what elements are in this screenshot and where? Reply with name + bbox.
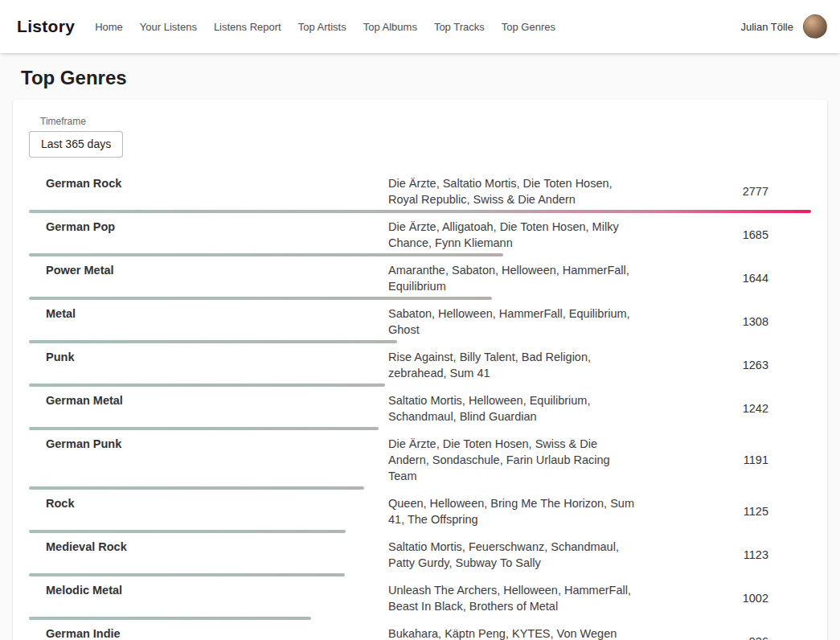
genre-bar-fill: [29, 617, 311, 620]
genre-count: 2777: [639, 185, 811, 198]
top-nav-bar: Listory HomeYour ListensListens ReportTo…: [0, 0, 840, 53]
genre-artists: Amaranthe, Sabaton, Helloween, HammerFal…: [388, 262, 639, 294]
nav-home[interactable]: Home: [95, 21, 123, 33]
genre-row: Metal Sabaton, Helloween, HammerFall, Eq…: [29, 306, 811, 343]
genre-bar-fill: [29, 573, 345, 576]
timeframe-value: Last 365 days: [41, 137, 111, 150]
genre-name: German Pop: [29, 219, 388, 235]
genre-artists: Queen, Helloween, Bring Me The Horizon, …: [388, 495, 639, 527]
genre-name: Metal: [29, 306, 388, 322]
timeframe-select[interactable]: Last 365 days: [29, 131, 123, 158]
timeframe-control: Timeframe Last 365 days: [29, 116, 811, 158]
genre-name: Medieval Rock: [29, 539, 388, 555]
genre-name: Rock: [29, 495, 388, 511]
genre-artists: Sabaton, Helloween, HammerFall, Equilibr…: [388, 306, 639, 338]
genre-artists: Die Ärzte, Saltatio Mortis, Die Toten Ho…: [388, 175, 639, 207]
nav-top-artists[interactable]: Top Artists: [298, 21, 346, 33]
genre-artists: Unleash The Archers, Helloween, HammerFa…: [388, 582, 639, 614]
user-menu[interactable]: Julian Tölle: [740, 14, 827, 39]
genre-row-grid: Medieval Rock Saltatio Mortis, Feuerschw…: [29, 539, 811, 571]
main-content: Top Genres Timeframe Last 365 days Germa…: [0, 67, 840, 640]
genre-bar-track: [29, 617, 811, 620]
genre-count: 1644: [639, 272, 811, 285]
genre-row-grid: German Rock Die Ärzte, Saltatio Mortis, …: [29, 175, 811, 207]
genre-row-grid: German Punk Die Ärzte, Die Toten Hosen, …: [29, 436, 811, 484]
genre-artists: Die Ärzte, Alligatoah, Die Toten Hosen, …: [388, 219, 639, 251]
genre-name: German Rock: [29, 175, 388, 191]
genre-artists: Die Ärzte, Die Toten Hosen, Swiss & Die …: [388, 436, 639, 484]
genre-row-grid: German Metal Saltatio Mortis, Helloween,…: [29, 392, 811, 425]
genre-row-grid: German Pop Die Ärzte, Alligatoah, Die To…: [29, 219, 811, 251]
genre-artists: Bukahara, Käptn Peng, KYTES, Von Wegen L…: [388, 626, 639, 640]
genre-artists: Saltatio Mortis, Helloween, Equilibrium,…: [388, 392, 639, 425]
genre-bar-fill: [29, 340, 397, 343]
genre-bar-track: [29, 340, 811, 343]
genre-count: 1263: [639, 359, 811, 371]
genre-count: 926: [639, 635, 811, 640]
genre-row: German Metal Saltatio Mortis, Helloween,…: [29, 392, 811, 430]
genre-row-grid: Rock Queen, Helloween, Bring Me The Hori…: [29, 495, 811, 527]
timeframe-label: Timeframe: [40, 116, 811, 127]
genre-bar-track: [29, 530, 811, 533]
genre-count: 1191: [639, 453, 811, 466]
genre-rows: German Rock Die Ärzte, Saltatio Mortis, …: [29, 175, 811, 640]
nav-listens-report[interactable]: Listens Report: [214, 21, 281, 33]
genre-row-grid: Power Metal Amaranthe, Sabaton, Hellowee…: [29, 262, 811, 294]
genre-bar-track: [29, 384, 811, 387]
genre-row: Rock Queen, Helloween, Bring Me The Hori…: [29, 495, 811, 533]
genre-count: 1123: [639, 548, 811, 561]
genre-count: 1308: [639, 315, 811, 328]
genre-bar-fill: [29, 210, 811, 213]
genre-count: 1242: [639, 402, 811, 415]
genre-name: Melodic Metal: [29, 582, 388, 598]
genre-bar-fill: [29, 486, 364, 490]
nav-top-albums[interactable]: Top Albums: [363, 21, 417, 33]
genre-row: German Punk Die Ärzte, Die Toten Hosen, …: [29, 436, 811, 490]
genre-bar-fill: [29, 253, 503, 256]
genre-bar-track: [29, 297, 811, 300]
genre-row-grid: Melodic Metal Unleash The Archers, Hello…: [29, 582, 811, 614]
genre-count: 1685: [639, 228, 811, 241]
genre-artists: Saltatio Mortis, Feuerschwanz, Schandmau…: [388, 539, 639, 571]
genre-row: Punk Rise Against, Billy Talent, Bad Rel…: [29, 349, 811, 387]
genre-artists: Rise Against, Billy Talent, Bad Religion…: [388, 349, 639, 381]
genre-row-grid: Metal Sabaton, Helloween, HammerFall, Eq…: [29, 306, 811, 338]
genre-count: 1125: [639, 505, 811, 518]
nav-your-listens[interactable]: Your Listens: [140, 21, 197, 33]
genre-row: Power Metal Amaranthe, Sabaton, Hellowee…: [29, 262, 811, 300]
genre-name: Power Metal: [29, 262, 388, 278]
genre-bar-track: [29, 253, 811, 256]
genre-name: German Punk: [29, 436, 388, 452]
page-title: Top Genres: [21, 67, 827, 89]
genre-row: German Rock Die Ärzte, Saltatio Mortis, …: [29, 175, 811, 213]
genre-row-grid: German Indie Bukahara, Käptn Peng, KYTES…: [29, 626, 811, 640]
genre-bar-fill: [29, 297, 492, 300]
avatar[interactable]: [803, 14, 827, 39]
app-logo[interactable]: Listory: [17, 17, 75, 36]
genre-row: Melodic Metal Unleash The Archers, Hello…: [29, 582, 811, 620]
genre-row: German Indie Bukahara, Käptn Peng, KYTES…: [29, 626, 811, 640]
genre-bar-fill: [29, 384, 385, 387]
genre-bar-track: [29, 427, 811, 430]
genre-name: German Indie: [29, 626, 388, 640]
genre-bar-fill: [29, 427, 379, 430]
genre-row: German Pop Die Ärzte, Alligatoah, Die To…: [29, 219, 811, 256]
user-name: Julian Tölle: [740, 21, 793, 33]
genre-name: German Metal: [29, 392, 388, 408]
genre-bar-track: [29, 210, 811, 213]
genre-bar-track: [29, 486, 811, 490]
genre-bar-fill: [29, 530, 346, 533]
nav-top-tracks[interactable]: Top Tracks: [434, 21, 485, 33]
genre-row-grid: Punk Rise Against, Billy Talent, Bad Rel…: [29, 349, 811, 381]
genre-bar-track: [29, 573, 811, 576]
genre-name: Punk: [29, 349, 388, 365]
nav-top-genres[interactable]: Top Genres: [502, 21, 555, 33]
genre-count: 1002: [639, 592, 811, 605]
top-genres-card: Timeframe Last 365 days German Rock Die …: [13, 100, 827, 640]
main-nav: HomeYour ListensListens ReportTop Artist…: [95, 21, 555, 33]
genre-row: Medieval Rock Saltatio Mortis, Feuerschw…: [29, 539, 811, 576]
